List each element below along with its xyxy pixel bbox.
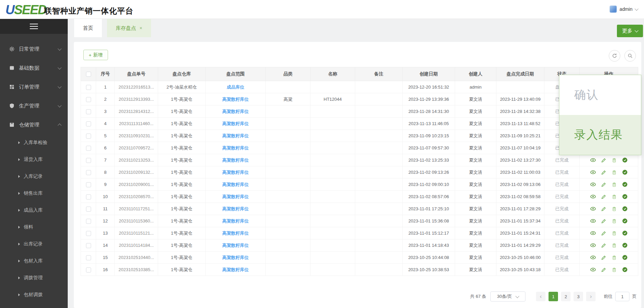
delete-icon[interactable] bbox=[611, 243, 617, 248]
confirm-circle-icon[interactable] bbox=[622, 194, 628, 199]
more-button[interactable]: 更多 bbox=[617, 25, 643, 37]
edit-icon[interactable] bbox=[601, 194, 606, 199]
edit-icon[interactable] bbox=[601, 206, 606, 212]
edit-icon[interactable] bbox=[601, 231, 606, 236]
row-checkbox[interactable] bbox=[86, 97, 91, 102]
tab-home[interactable]: 首页 bbox=[74, 19, 102, 37]
delete-icon[interactable] bbox=[611, 194, 617, 199]
view-icon[interactable] bbox=[590, 242, 596, 248]
row-checkbox[interactable] bbox=[86, 158, 91, 163]
row-checkbox[interactable] bbox=[86, 267, 91, 273]
search-button[interactable] bbox=[624, 50, 636, 62]
row-checkbox[interactable] bbox=[86, 207, 91, 212]
page-button-3[interactable]: 3 bbox=[574, 292, 583, 301]
sidebar-subitem-outbound-records[interactable]: 出库记录 bbox=[0, 236, 68, 253]
scope-link[interactable]: 高粱散籽库位 bbox=[222, 158, 249, 163]
sidebar-item-production-management[interactable]: 生产管理 bbox=[0, 96, 68, 115]
edit-icon[interactable] bbox=[601, 255, 606, 260]
delete-icon[interactable] bbox=[611, 182, 617, 187]
row-checkbox[interactable] bbox=[86, 255, 91, 260]
delete-icon[interactable] bbox=[611, 218, 617, 224]
view-icon[interactable] bbox=[590, 206, 596, 212]
delete-icon[interactable] bbox=[611, 255, 617, 260]
scope-link[interactable]: 高粱散籽库位 bbox=[222, 267, 249, 272]
sidebar-subitem-finished-inbound[interactable]: 成品入库 bbox=[0, 202, 68, 219]
per-page-select[interactable]: 30条/页 bbox=[490, 291, 525, 302]
sidebar-item-order-management[interactable]: 订单管理 bbox=[0, 77, 68, 96]
view-icon[interactable] bbox=[590, 218, 596, 224]
tab-inventory-count[interactable]: 库存盘点 × bbox=[107, 19, 151, 37]
view-icon[interactable] bbox=[590, 169, 596, 175]
row-checkbox[interactable] bbox=[86, 170, 91, 175]
delete-icon[interactable] bbox=[611, 231, 617, 236]
scope-link[interactable]: 高粱散籽库位 bbox=[222, 109, 249, 114]
sidebar-subitem-material-requisition[interactable]: 领料 bbox=[0, 219, 68, 236]
row-checkbox[interactable] bbox=[86, 134, 91, 139]
scope-link[interactable]: 高粱散籽库位 bbox=[222, 218, 249, 223]
scope-link[interactable]: 高粱散籽库位 bbox=[222, 243, 249, 248]
confirm-circle-icon[interactable] bbox=[622, 157, 628, 163]
row-checkbox[interactable] bbox=[86, 231, 91, 236]
page-button-1[interactable]: 1 bbox=[549, 292, 558, 301]
scope-link[interactable]: 高粱散籽库位 bbox=[222, 231, 249, 236]
confirm-circle-icon[interactable] bbox=[622, 218, 628, 224]
row-checkbox[interactable] bbox=[86, 194, 91, 199]
row-checkbox[interactable] bbox=[86, 243, 91, 248]
next-page-button[interactable]: › bbox=[586, 292, 596, 301]
scope-link[interactable]: 高粱散籽库位 bbox=[222, 133, 249, 138]
sidebar-item-basic-data[interactable]: 基础数据 bbox=[0, 58, 68, 77]
refresh-button[interactable] bbox=[609, 50, 620, 62]
edit-icon[interactable] bbox=[601, 170, 606, 175]
confirm-circle-icon[interactable] bbox=[622, 267, 628, 273]
view-icon[interactable] bbox=[590, 255, 596, 260]
scope-link[interactable]: 高粱散籽库位 bbox=[222, 194, 249, 199]
sidebar-subitem-packaging-transfer[interactable]: 包材调拨 bbox=[0, 286, 68, 303]
sidebar-subitem-inbound-records[interactable]: 入库记录 bbox=[0, 168, 68, 185]
row-checkbox[interactable] bbox=[86, 85, 91, 90]
goto-page-input[interactable] bbox=[615, 292, 629, 301]
sidebar-subitem-sales-outbound[interactable]: 销售出库 bbox=[0, 185, 68, 202]
sidebar-item-warehouse-management[interactable]: 仓储管理 bbox=[0, 115, 68, 134]
page-button-2[interactable]: 2 bbox=[561, 292, 571, 301]
view-icon[interactable] bbox=[590, 230, 596, 236]
scope-link[interactable]: 高粱散籽库位 bbox=[222, 145, 249, 150]
sidebar-collapse-button[interactable] bbox=[0, 19, 68, 34]
scope-link[interactable]: 成品库位 bbox=[227, 85, 244, 90]
sidebar-item-daily-management[interactable]: 日常管理 bbox=[0, 40, 68, 58]
scope-link[interactable]: 高粱散籽库位 bbox=[222, 121, 249, 126]
enter-result-menu-item[interactable]: 录入结果 bbox=[559, 115, 641, 155]
confirm-circle-icon[interactable] bbox=[622, 230, 628, 236]
view-icon[interactable] bbox=[590, 182, 596, 187]
delete-icon[interactable] bbox=[611, 267, 617, 273]
confirm-circle-icon[interactable] bbox=[622, 255, 628, 260]
row-checkbox[interactable] bbox=[86, 146, 91, 151]
confirm-circle-icon[interactable] bbox=[622, 206, 628, 212]
scope-link[interactable]: 高粱散籽库位 bbox=[222, 170, 249, 175]
prev-page-button[interactable]: ‹ bbox=[536, 292, 545, 301]
delete-icon[interactable] bbox=[611, 206, 617, 212]
scope-link[interactable]: 高粱散籽库位 bbox=[222, 255, 249, 260]
user-menu[interactable]: admin bbox=[609, 5, 638, 13]
scope-link[interactable]: 高粱散籽库位 bbox=[222, 182, 249, 187]
edit-icon[interactable] bbox=[601, 182, 606, 187]
view-icon[interactable] bbox=[590, 267, 596, 273]
confirm-circle-icon[interactable] bbox=[622, 242, 628, 248]
row-checkbox[interactable] bbox=[86, 182, 91, 187]
scope-link[interactable]: 高粱散籽库位 bbox=[222, 97, 249, 102]
confirm-menu-item[interactable]: 确认 bbox=[559, 75, 641, 115]
scope-link[interactable]: 高粱散籽库位 bbox=[222, 206, 249, 211]
delete-icon[interactable] bbox=[611, 170, 617, 175]
sidebar-subitem-inbound-inspection[interactable]: 入库单检验 bbox=[0, 134, 68, 151]
row-checkbox[interactable] bbox=[86, 121, 91, 126]
view-icon[interactable] bbox=[590, 194, 596, 199]
edit-icon[interactable] bbox=[601, 267, 606, 273]
add-button[interactable]: + 新增 bbox=[83, 50, 108, 60]
view-icon[interactable] bbox=[590, 157, 596, 163]
edit-icon[interactable] bbox=[601, 218, 606, 224]
sidebar-subitem-transfer-management[interactable]: 调拨管理 bbox=[0, 269, 68, 286]
sidebar-subitem-return-inbound[interactable]: 退货入库 bbox=[0, 151, 68, 168]
row-checkbox[interactable] bbox=[86, 109, 91, 114]
close-icon[interactable]: × bbox=[139, 25, 142, 31]
confirm-circle-icon[interactable] bbox=[622, 182, 628, 187]
delete-icon[interactable] bbox=[611, 158, 617, 163]
